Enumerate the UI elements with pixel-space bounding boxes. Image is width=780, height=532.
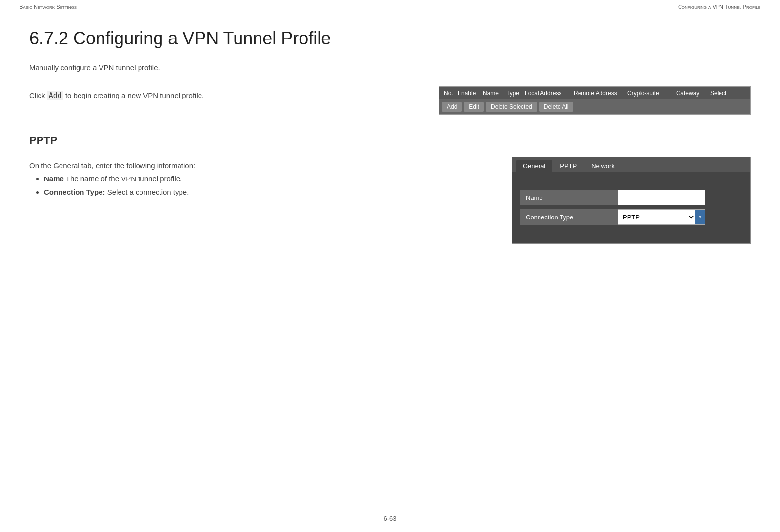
delete-selected-button[interactable]: Delete Selected	[486, 102, 537, 112]
edit-button[interactable]: Edit	[464, 102, 484, 112]
form-label-name: Name	[520, 190, 618, 205]
bullet-name: Name The name of the VPN tunnel profile.	[44, 175, 492, 183]
bullet-connection-label: Connection Type:	[44, 188, 105, 196]
bullet-connection-type: Connection Type: Select a connection typ…	[44, 188, 492, 196]
connection-type-select-wrapper: PPTP L2TP IPSec ▼	[618, 209, 705, 225]
vpn-table-toolbar: Add Edit Delete Selected Delete All	[439, 99, 750, 114]
bullet-name-label: Name	[44, 175, 64, 183]
pptp-bullet-list: Name The name of the VPN tunnel profile.…	[29, 175, 492, 196]
tab-pptp[interactable]: PPTP	[553, 160, 583, 172]
tab-network[interactable]: Network	[584, 160, 621, 172]
tab-general[interactable]: General	[516, 160, 552, 172]
name-input[interactable]	[618, 190, 705, 205]
form-row-connection-type: Connection Type PPTP L2TP IPSec ▼	[520, 209, 742, 225]
col-header-no: No.	[441, 90, 455, 97]
section-add-text: Click Add to begin creating a new VPN tu…	[29, 86, 419, 100]
col-header-type: Type	[503, 90, 522, 97]
form-label-connection-type: Connection Type	[520, 209, 618, 225]
pptp-section-text: On the General tab, enter the following …	[29, 157, 492, 201]
intro-text: Manually configure a VPN tunnel profile.	[29, 63, 751, 72]
col-header-enable: Enable	[455, 90, 480, 97]
col-header-remote: Remote Address	[571, 90, 624, 97]
page-number: 6-63	[383, 515, 396, 522]
bullet-connection-text: Select a connection type.	[107, 188, 189, 196]
section-add-text-after: to begin creating a new VPN tunnel profi…	[65, 91, 204, 99]
tab-content-general: Name Connection Type PPTP L2TP IPSec ▼	[512, 172, 750, 243]
add-button[interactable]: Add	[442, 102, 462, 112]
general-tab-ui: General PPTP Network Name Connection Typ…	[512, 157, 751, 244]
col-header-gateway: Gateway	[673, 90, 707, 97]
col-header-select: Select	[707, 90, 732, 97]
header-right: Configuring a VPN Tunnel Profile	[678, 4, 760, 10]
section-add-vpn: Click Add to begin creating a new VPN tu…	[29, 86, 751, 115]
col-header-crypto: Crypto-suite	[624, 90, 673, 97]
col-header-local: Local Address	[522, 90, 571, 97]
add-code-label: Add	[47, 91, 63, 100]
bullet-name-text: The name of the VPN tunnel profile.	[66, 175, 182, 183]
pptp-heading: PPTP	[29, 134, 751, 147]
page-footer: 6-63	[0, 515, 780, 522]
select-arrow-icon: ▼	[695, 210, 705, 224]
header-left: Basic Network Settings	[20, 4, 77, 10]
vpn-table-ui: No. Enable Name Type Local Address Remot…	[439, 86, 751, 115]
connection-type-select[interactable]: PPTP L2TP IPSec	[618, 210, 695, 224]
delete-all-button[interactable]: Delete All	[539, 102, 574, 112]
form-row-name: Name	[520, 190, 742, 205]
col-header-name: Name	[480, 90, 503, 97]
general-tab-image: General PPTP Network Name Connection Typ…	[512, 157, 751, 244]
page-title: 6.7.2 Configuring a VPN Tunnel Profile	[29, 28, 751, 49]
pptp-intro-text: On the General tab, enter the following …	[29, 161, 492, 170]
vpn-table-image: No. Enable Name Type Local Address Remot…	[439, 86, 751, 115]
pptp-section-row: On the General tab, enter the following …	[29, 157, 751, 244]
vpn-table-header: No. Enable Name Type Local Address Remot…	[439, 87, 750, 99]
tab-bar: General PPTP Network	[512, 157, 750, 172]
